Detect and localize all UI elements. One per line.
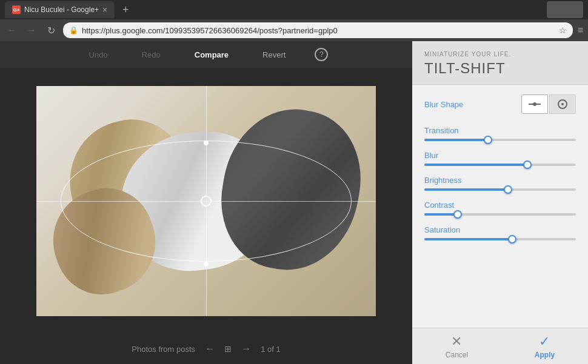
saturation-control: Saturation — [424, 225, 576, 240]
image-area — [0, 68, 412, 334]
prev-photo-button[interactable]: ← — [205, 343, 215, 354]
brightness-slider[interactable] — [424, 188, 576, 191]
compare-button[interactable]: Compare — [190, 48, 233, 62]
blur-control: Blur — [424, 151, 576, 166]
app-container: Undo Redo Compare Revert ? — [0, 41, 588, 364]
brightness-thumb[interactable] — [504, 185, 512, 194]
photo-wrapper — [36, 86, 376, 316]
saturation-label: Saturation — [424, 225, 576, 234]
contrast-control: Contrast — [424, 200, 576, 216]
page-count: 1 of 1 — [261, 345, 281, 354]
help-button[interactable]: ? — [315, 48, 328, 61]
blur-thumb[interactable] — [523, 160, 532, 169]
url-box[interactable]: 🔒 https://plus.google.com/10993539572663… — [63, 22, 573, 38]
new-tab-button[interactable]: + — [117, 1, 134, 18]
radial-shape-button[interactable] — [549, 94, 576, 114]
contrast-label: Contrast — [424, 200, 576, 210]
tab-close-button[interactable]: × — [102, 5, 107, 15]
controls-panel: MINIATURIZE YOUR LIFE. TILT-SHIFT Blur S… — [412, 41, 588, 364]
transition-slider[interactable] — [424, 139, 576, 141]
controls-body: Blur Shape Transition — [412, 85, 588, 328]
window-controls — [547, 1, 583, 18]
blur-shape-label: Blur Shape — [424, 100, 521, 109]
contrast-fill — [424, 213, 458, 216]
photos-label: Photos from posts — [132, 345, 195, 354]
cancel-label: Cancel — [446, 351, 468, 359]
apply-check-icon: ✓ — [539, 334, 550, 349]
back-button[interactable]: ← — [5, 25, 19, 36]
cancel-button[interactable]: ✕ Cancel — [446, 334, 468, 359]
bookmark-icon[interactable]: ☆ — [559, 25, 567, 35]
contrast-thumb[interactable] — [453, 210, 462, 219]
address-bar: ← → ↻ 🔒 https://plus.google.com/10993539… — [0, 19, 588, 41]
lock-icon: 🔒 — [69, 26, 78, 35]
panel-title: TILT-SHIFT — [424, 60, 576, 77]
transition-control: Transition — [424, 126, 576, 141]
blur-shape-row: Blur Shape — [424, 94, 576, 114]
reload-button[interactable]: ↻ — [44, 25, 58, 36]
bottom-bar: Photos from posts ← ⊞ → 1 of 1 — [0, 334, 412, 364]
saturation-fill — [424, 238, 512, 240]
editor-toolbar: Undo Redo Compare Revert ? — [0, 41, 412, 68]
undo-button[interactable]: Undo — [84, 48, 113, 62]
forward-button[interactable]: → — [24, 25, 39, 36]
radial-shape-icon — [558, 99, 567, 109]
saturation-slider[interactable] — [424, 238, 576, 240]
apply-button[interactable]: ✓ Apply — [535, 334, 555, 359]
transition-thumb[interactable] — [484, 136, 492, 144]
blur-slider[interactable] — [424, 164, 576, 166]
browser-chrome: G+ Nicu Buculei - Google+ × + ← → ↻ 🔒 ht… — [0, 0, 588, 41]
tab-label: Nicu Buculei - Google+ — [24, 5, 99, 14]
blur-fill — [424, 164, 527, 166]
contrast-slider[interactable] — [424, 213, 576, 216]
transition-label: Transition — [424, 126, 576, 135]
panel-subtitle: MINIATURIZE YOUR LIFE. — [424, 51, 576, 58]
url-text: https://plus.google.com/1099353957266360… — [82, 26, 555, 35]
center-handle[interactable] — [201, 196, 212, 207]
tab-bar: G+ Nicu Buculei - Google+ × + — [0, 0, 588, 19]
transition-fill — [424, 139, 488, 141]
tab-favicon: G+ — [12, 5, 21, 14]
next-photo-button[interactable]: → — [241, 343, 251, 354]
saturation-thumb[interactable] — [508, 235, 516, 243]
top-handle[interactable] — [204, 141, 209, 145]
linear-shape-icon — [529, 101, 541, 108]
linear-shape-button[interactable] — [521, 94, 548, 114]
bottom-handle[interactable] — [204, 262, 209, 266]
panel-footer: ✕ Cancel ✓ Apply — [412, 328, 588, 364]
revert-button[interactable]: Revert — [258, 48, 290, 62]
photo-panel: Undo Redo Compare Revert ? — [0, 41, 412, 364]
brightness-label: Brightness — [424, 176, 576, 185]
apply-label: Apply — [535, 351, 555, 359]
redo-button[interactable]: Redo — [137, 48, 165, 62]
active-tab[interactable]: G+ Nicu Buculei - Google+ × — [5, 1, 115, 18]
brightness-control: Brightness — [424, 176, 576, 191]
menu-icon[interactable]: ≡ — [578, 25, 583, 36]
panel-header: MINIATURIZE YOUR LIFE. TILT-SHIFT — [412, 41, 588, 85]
blur-label: Blur — [424, 151, 576, 160]
cancel-x-icon: ✕ — [451, 334, 462, 349]
grid-view-button[interactable]: ⊞ — [224, 344, 232, 354]
blur-shape-buttons — [521, 94, 576, 114]
brightness-fill — [424, 188, 508, 191]
